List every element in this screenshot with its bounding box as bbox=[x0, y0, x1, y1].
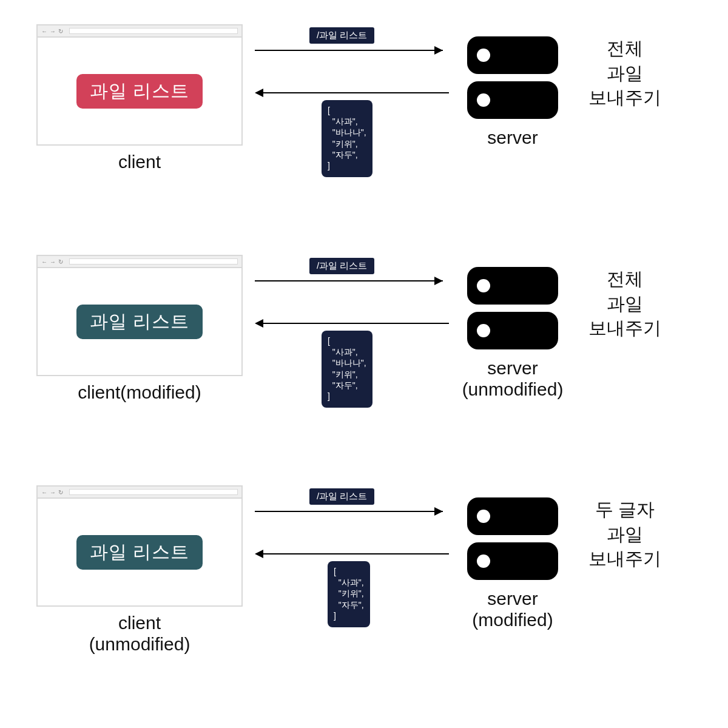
server-label: server (unmodified) bbox=[449, 358, 576, 400]
nav-forward-icon: → bbox=[50, 489, 56, 496]
request-arrow bbox=[255, 275, 449, 287]
server-action-text: 두 글자 과일 보내주기 bbox=[570, 497, 679, 571]
fruit-list-button[interactable]: 과일 리스트 bbox=[76, 74, 203, 109]
browser-chrome: ← → ↻ bbox=[38, 25, 241, 38]
browser-urlbar bbox=[69, 258, 238, 265]
diagram-row-1: ← → ↻ 과일 리스트 client /과일 리스트 [ "사과", "바나나… bbox=[0, 12, 728, 231]
response-arrow bbox=[255, 317, 449, 329]
server-label: server bbox=[449, 127, 576, 149]
client-label: client bbox=[36, 152, 243, 173]
fruit-list-button[interactable]: 과일 리스트 bbox=[76, 305, 203, 339]
svg-marker-1 bbox=[434, 46, 443, 55]
nav-refresh-icon: ↻ bbox=[58, 489, 63, 496]
server-disk-icon bbox=[467, 267, 558, 305]
browser-urlbar bbox=[69, 489, 238, 495]
nav-refresh-icon: ↻ bbox=[58, 28, 63, 35]
nav-forward-icon: → bbox=[50, 28, 56, 35]
server-icon bbox=[467, 267, 558, 357]
request-path-label: /과일 리스트 bbox=[309, 258, 374, 274]
request-path-label: /과일 리스트 bbox=[309, 27, 374, 44]
svg-marker-3 bbox=[255, 89, 263, 97]
server-disk-icon bbox=[467, 497, 558, 535]
client-browser: ← → ↻ 과일 리스트 bbox=[36, 485, 243, 607]
response-arrow bbox=[255, 548, 449, 560]
response-payload: [ "사과", "바나나", "키위", "자두", ] bbox=[322, 100, 372, 177]
browser-urlbar bbox=[69, 28, 238, 34]
browser-body: 과일 리스트 bbox=[38, 38, 241, 144]
client-label: client (unmodified) bbox=[36, 613, 243, 655]
request-arrow bbox=[255, 44, 449, 56]
nav-back-icon: ← bbox=[41, 489, 47, 496]
browser-chrome: ← → ↻ bbox=[38, 256, 241, 268]
server-disk-icon bbox=[467, 81, 558, 119]
server-label: server (modified) bbox=[449, 588, 576, 630]
server-action-text: 전체 과일 보내주기 bbox=[570, 267, 679, 341]
svg-marker-9 bbox=[434, 507, 443, 516]
nav-refresh-icon: ↻ bbox=[58, 258, 63, 265]
client-browser: ← → ↻ 과일 리스트 bbox=[36, 24, 243, 146]
response-payload: [ "사과", "바나나", "키위", "자두", ] bbox=[322, 331, 372, 408]
diagram-row-2: ← → ↻ 과일 리스트 client(modified) /과일 리스트 [ … bbox=[0, 243, 728, 461]
response-payload: [ "사과", "키위", "자두", ] bbox=[328, 561, 370, 627]
server-icon bbox=[467, 36, 558, 126]
svg-marker-5 bbox=[434, 277, 443, 285]
server-action-text: 전체 과일 보내주기 bbox=[570, 36, 679, 110]
browser-chrome: ← → ↻ bbox=[38, 487, 241, 499]
browser-body: 과일 리스트 bbox=[38, 499, 241, 605]
request-arrow bbox=[255, 505, 449, 517]
fruit-list-button[interactable]: 과일 리스트 bbox=[76, 535, 203, 570]
server-disk-icon bbox=[467, 542, 558, 580]
diagram-row-3: ← → ↻ 과일 리스트 client (unmodified) /과일 리스트… bbox=[0, 473, 728, 692]
server-icon bbox=[467, 497, 558, 587]
svg-marker-11 bbox=[255, 550, 263, 558]
client-browser: ← → ↻ 과일 리스트 bbox=[36, 255, 243, 376]
server-disk-icon bbox=[467, 36, 558, 74]
nav-back-icon: ← bbox=[41, 28, 47, 35]
browser-body: 과일 리스트 bbox=[38, 268, 241, 375]
svg-marker-7 bbox=[255, 319, 263, 328]
server-disk-icon bbox=[467, 312, 558, 349]
request-path-label: /과일 리스트 bbox=[309, 488, 374, 505]
response-arrow bbox=[255, 87, 449, 99]
client-label: client(modified) bbox=[36, 382, 243, 403]
nav-back-icon: ← bbox=[41, 258, 47, 265]
nav-forward-icon: → bbox=[50, 258, 56, 265]
